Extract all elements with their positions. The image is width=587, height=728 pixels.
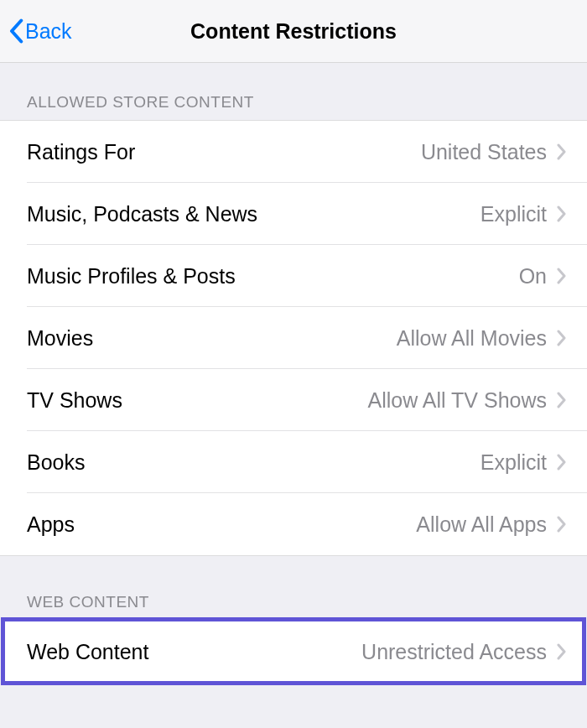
- row-apps[interactable]: Apps Allow All Apps: [0, 493, 587, 555]
- row-music-podcasts-news[interactable]: Music, Podcasts & News Explicit: [0, 183, 587, 245]
- row-music-profiles-posts[interactable]: Music Profiles & Posts On: [0, 245, 587, 307]
- row-label: Movies: [27, 326, 397, 351]
- row-tv-shows[interactable]: TV Shows Allow All TV Shows: [0, 369, 587, 431]
- back-label: Back: [25, 19, 72, 44]
- row-web-content[interactable]: Web Content Unrestricted Access: [3, 621, 584, 683]
- chevron-right-icon: [557, 205, 567, 222]
- store-settings-group: Ratings For United States Music, Podcast…: [0, 120, 587, 556]
- row-label: TV Shows: [27, 388, 367, 413]
- navigation-bar: Back Content Restrictions: [0, 0, 587, 63]
- chevron-left-icon: [8, 18, 23, 44]
- row-value: Explicit: [481, 450, 547, 475]
- chevron-right-icon: [557, 392, 567, 408]
- page-title: Content Restrictions: [0, 19, 587, 44]
- chevron-right-icon: [557, 643, 567, 660]
- web-settings-group: Web Content Unrestricted Access: [3, 620, 584, 683]
- chevron-right-icon: [557, 454, 567, 471]
- row-books[interactable]: Books Explicit: [0, 431, 587, 493]
- section-header-web: Web Content: [0, 556, 587, 620]
- row-value: Allow All TV Shows: [367, 388, 547, 413]
- row-value: Explicit: [481, 202, 547, 226]
- row-label: Music Profiles & Posts: [27, 264, 519, 289]
- section-header-store: Allowed Store Content: [0, 63, 587, 120]
- chevron-right-icon: [557, 516, 567, 533]
- row-value: United States: [421, 140, 547, 164]
- row-value: Allow All Apps: [416, 512, 547, 537]
- row-label: Music, Podcasts & News: [27, 202, 481, 226]
- row-label: Ratings For: [27, 140, 421, 164]
- row-value: On: [519, 264, 547, 289]
- row-label: Books: [27, 450, 481, 475]
- row-label: Apps: [27, 512, 416, 537]
- chevron-right-icon: [557, 143, 567, 160]
- back-button[interactable]: Back: [0, 18, 72, 44]
- row-value: Allow All Movies: [397, 326, 547, 351]
- row-label: Web Content: [27, 640, 361, 664]
- row-ratings-for[interactable]: Ratings For United States: [0, 121, 587, 183]
- chevron-right-icon: [557, 330, 567, 346]
- row-value: Unrestricted Access: [361, 640, 547, 664]
- row-movies[interactable]: Movies Allow All Movies: [0, 307, 587, 369]
- chevron-right-icon: [557, 268, 567, 284]
